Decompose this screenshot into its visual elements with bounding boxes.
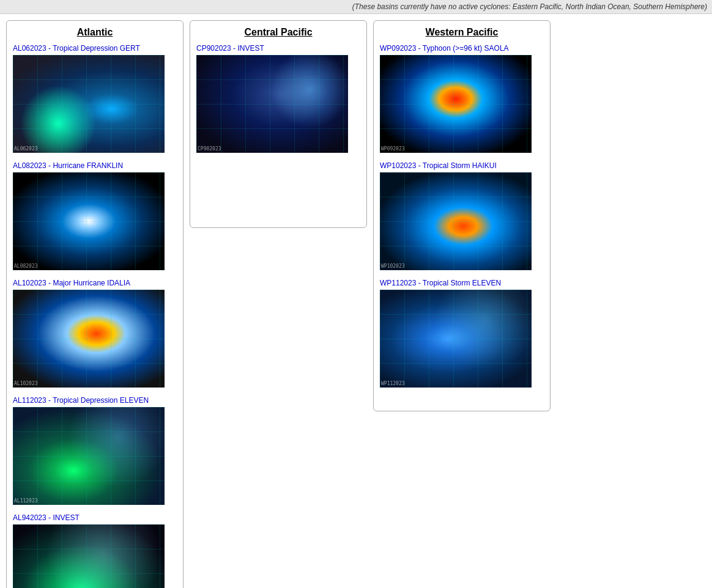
storm-image-al11[interactable]: AL112023 <box>13 407 165 505</box>
storm-image-wp11[interactable]: WP112023 <box>380 290 532 388</box>
storm-link-al94[interactable]: AL942023 - INVEST <box>13 513 177 522</box>
storm-entry-wp10: WP102023 - Tropical Storm HAIKUI WP10202… <box>380 161 544 270</box>
image-timestamp-al06: AL062023 <box>14 146 38 152</box>
atlantic-title: Atlantic <box>13 27 177 38</box>
storm-image-al94[interactable]: AL942023 <box>13 524 165 588</box>
image-timestamp-al08: AL082023 <box>14 263 38 269</box>
storm-link-wp11[interactable]: WP112023 - Tropical Storm ELEVEN <box>380 279 544 287</box>
storm-image-wp10[interactable]: WP102023 <box>380 172 532 270</box>
central-pacific-panel: Central Pacific CP902023 - INVEST CP9020… <box>190 20 367 228</box>
storm-image-cp90[interactable]: CP902023 <box>196 55 348 153</box>
storm-entry-wp11: WP112023 - Tropical Storm ELEVEN WP11202… <box>380 279 544 388</box>
inactive-basins-banner: (These basins currently have no active c… <box>0 0 712 14</box>
storm-entry-al11: AL112023 - Tropical Depression ELEVEN AL… <box>13 396 177 505</box>
storm-image-al10[interactable]: AL102023 <box>13 290 165 388</box>
storm-entry-al06: AL062023 - Tropical Depression GERT AL06… <box>13 44 177 153</box>
storm-entry-al94: AL942023 - INVEST AL942023 <box>13 513 177 588</box>
storm-entry-al08: AL082023 - Hurricane FRANKLIN AL082023 <box>13 161 177 270</box>
basins-container: Atlantic AL062023 - Tropical Depression … <box>0 14 712 588</box>
storm-entry-wp09: WP092023 - Typhoon (>=96 kt) SAOLA WP092… <box>380 44 544 153</box>
storm-image-al08[interactable]: AL082023 <box>13 172 165 270</box>
atlantic-panel: Atlantic AL062023 - Tropical Depression … <box>6 20 184 588</box>
storm-link-al06[interactable]: AL062023 - Tropical Depression GERT <box>13 44 177 53</box>
image-timestamp-al11: AL112023 <box>14 498 38 504</box>
storm-image-wp09[interactable]: WP092023 <box>380 55 532 153</box>
image-timestamp-wp09: WP092023 <box>381 146 405 152</box>
storm-image-al06[interactable]: AL062023 <box>13 55 165 153</box>
storm-link-cp90[interactable]: CP902023 - INVEST <box>196 44 360 53</box>
storm-link-al10[interactable]: AL102023 - Major Hurricane IDALIA <box>13 279 177 287</box>
western-pacific-title: Western Pacific <box>380 27 544 38</box>
storm-entry-cp90: CP902023 - INVEST CP902023 <box>196 44 360 153</box>
central-pacific-title: Central Pacific <box>196 27 360 38</box>
storm-link-al11[interactable]: AL112023 - Tropical Depression ELEVEN <box>13 396 177 405</box>
image-timestamp-cp90: CP902023 <box>198 146 221 152</box>
storm-link-wp09[interactable]: WP092023 - Typhoon (>=96 kt) SAOLA <box>380 44 544 53</box>
storm-link-al08[interactable]: AL082023 - Hurricane FRANKLIN <box>13 161 177 170</box>
image-timestamp-wp11: WP112023 <box>381 381 405 386</box>
image-timestamp-wp10: WP102023 <box>381 263 405 269</box>
western-pacific-panel: Western Pacific WP092023 - Typhoon (>=96… <box>373 20 551 411</box>
storm-entry-al10: AL102023 - Major Hurricane IDALIA AL1020… <box>13 279 177 388</box>
storm-link-wp10[interactable]: WP102023 - Tropical Storm HAIKUI <box>380 161 544 170</box>
image-timestamp-al10: AL102023 <box>14 381 38 386</box>
